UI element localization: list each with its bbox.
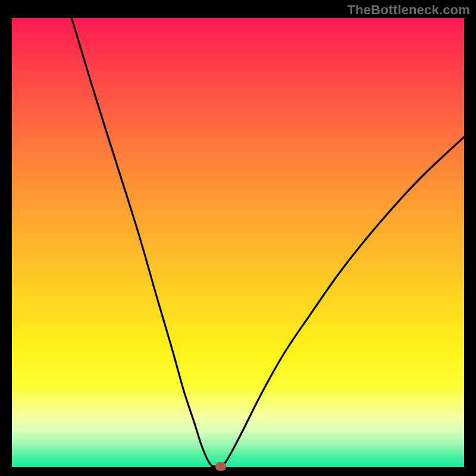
bottleneck-curve bbox=[12, 18, 464, 467]
chart-frame: TheBottleneck.com bbox=[0, 0, 476, 476]
watermark-text: TheBottleneck.com bbox=[347, 2, 470, 18]
optimal-point-marker bbox=[215, 462, 226, 471]
plot-area bbox=[12, 18, 464, 467]
